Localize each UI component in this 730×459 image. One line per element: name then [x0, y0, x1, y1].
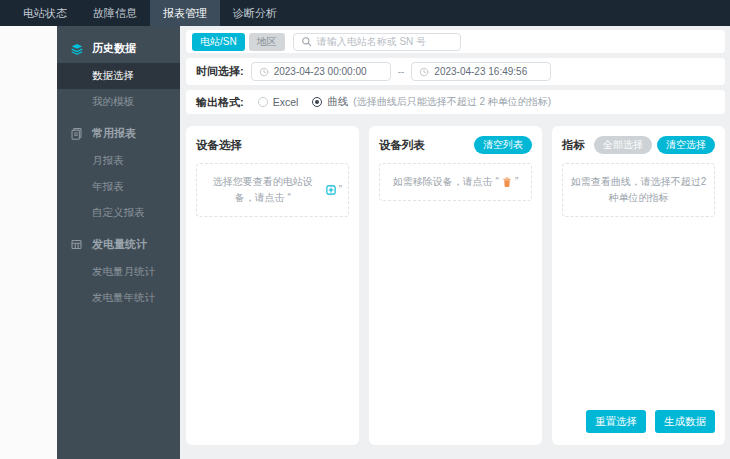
device-list-header: 设备列表 清空列表: [379, 136, 532, 154]
radio-circle-icon: [258, 97, 268, 107]
device-list-panel: 设备列表 清空列表 如需移除设备，请点击 “: [369, 126, 542, 445]
sidebar-group-common-reports: 常用报表 月报表 年报表 自定义报表: [57, 119, 180, 226]
clock-icon: [419, 67, 429, 77]
sidebar-section-generation-stats[interactable]: 发电量统计: [57, 230, 180, 259]
clock-icon: [259, 67, 269, 77]
sidebar-item-my-templates[interactable]: 我的模板: [57, 89, 180, 115]
radio-curve[interactable]: 曲线 (选择曲线后只能选择不超过 2 种单位的指标): [312, 95, 551, 109]
radio-excel[interactable]: Excel: [258, 96, 299, 108]
search-icon: [301, 36, 312, 47]
sidebar-item-yearly-report[interactable]: 年报表: [57, 174, 180, 200]
clear-selection-button[interactable]: 清空选择: [657, 136, 715, 154]
region-toggle-button[interactable]: 地区: [249, 33, 285, 51]
device-list-hint: 如需移除设备，请点击 “ ”: [379, 163, 532, 201]
add-icon: [325, 184, 337, 196]
sidebar-section-label: 发电量统计: [92, 237, 147, 252]
station-sn-toggle-button[interactable]: 电站/SN: [192, 33, 245, 51]
nav-item-diagnostic-analysis[interactable]: 诊断分析: [220, 0, 290, 26]
device-list-title: 设备列表: [379, 138, 425, 153]
device-select-hint-text: 选择您要查看的电站设备，请点击 “: [203, 174, 323, 206]
radio-excel-label: Excel: [273, 96, 299, 108]
sidebar-section-label: 常用报表: [92, 126, 136, 141]
main-content: 电站/SN 地区 请输入电站名称或 SN 号 时间选择:: [180, 26, 730, 459]
indicators-header: 指标 全部选择 清空选择: [562, 136, 715, 154]
sidebar-item-custom-report[interactable]: 自定义报表: [57, 200, 180, 226]
sidebar-item-data-selection[interactable]: 数据选择: [57, 63, 180, 89]
app-body: 历史数据 数据选择 我的模板 常用报表 月报表 年报表 自定义报表: [0, 26, 730, 459]
device-list-hint-quote: ”: [515, 174, 518, 190]
sidebar-section-common-reports[interactable]: 常用报表: [57, 119, 180, 148]
selection-panels: 设备选择 选择您要查看的电站设备，请点击 “ ”: [186, 126, 725, 445]
end-datetime-input[interactable]: 2023-04-23 16:49:56: [411, 62, 551, 81]
end-datetime-value: 2023-04-23 16:49:56: [434, 66, 527, 77]
sidebar-section-label: 历史数据: [92, 41, 136, 56]
search-input[interactable]: 请输入电站名称或 SN 号: [293, 33, 461, 51]
indicators-title: 指标: [562, 138, 585, 153]
generate-data-button[interactable]: 生成数据: [655, 410, 715, 433]
indicators-hint-text: 如需查看曲线，请选择不超过2种单位的指标: [571, 176, 707, 203]
sidebar-group-generation-stats: 发电量统计 发电量月统计 发电量年统计: [57, 230, 180, 311]
device-select-hint: 选择您要查看的电站设备，请点击 “ ”: [196, 163, 349, 217]
output-format-row: 输出格式: Excel 曲线 (选择曲线后只能选择不超过 2 种单位的指标): [186, 90, 725, 114]
left-gutter: [0, 26, 57, 459]
radio-curve-note: (选择曲线后只能选择不超过 2 种单位的指标): [353, 95, 551, 109]
time-selection-row: 时间选择: 2023-04-23 00:00:00 -- 2023-04-23 …: [186, 58, 725, 85]
sidebar: 历史数据 数据选择 我的模板 常用报表 月报表 年报表 自定义报表: [57, 26, 180, 459]
top-navbar: 电站状态 故障信息 报表管理 诊断分析: [0, 0, 730, 26]
output-format-label: 输出格式:: [196, 95, 244, 110]
time-selection-label: 时间选择:: [196, 64, 244, 79]
start-datetime-value: 2023-04-23 00:00:00: [274, 66, 367, 77]
device-select-title: 设备选择: [196, 138, 242, 153]
sidebar-item-monthly-generation[interactable]: 发电量月统计: [57, 259, 180, 285]
start-datetime-input[interactable]: 2023-04-23 00:00:00: [251, 62, 391, 81]
indicators-hint: 如需查看曲线，请选择不超过2种单位的指标: [562, 163, 715, 217]
layers-icon: [70, 42, 84, 56]
sidebar-section-history-data[interactable]: 历史数据: [57, 34, 180, 63]
panel-footer-actions: 重置选择 生成数据: [562, 410, 715, 433]
select-all-button[interactable]: 全部选择: [594, 136, 652, 154]
report-icon: [70, 127, 84, 141]
reset-selection-button[interactable]: 重置选择: [586, 410, 646, 433]
nav-item-report-management[interactable]: 报表管理: [150, 0, 220, 26]
search-placeholder: 请输入电站名称或 SN 号: [317, 35, 426, 49]
radio-circle-checked-icon: [312, 97, 322, 107]
device-select-header: 设备选择: [196, 136, 349, 154]
clear-list-button[interactable]: 清空列表: [474, 136, 532, 154]
device-list-hint-text: 如需移除设备，请点击 “: [393, 174, 499, 190]
indicators-panel: 指标 全部选择 清空选择 如需查看曲线，请选择不超过2种单位的指标 重置选择 生…: [552, 126, 725, 445]
device-select-panel: 设备选择 选择您要查看的电站设备，请点击 “ ”: [186, 126, 359, 445]
nav-item-fault-info[interactable]: 故障信息: [80, 0, 150, 26]
table-icon: [70, 238, 84, 252]
radio-curve-label: 曲线: [327, 95, 348, 109]
sidebar-item-yearly-generation[interactable]: 发电量年统计: [57, 285, 180, 311]
range-separator: --: [398, 66, 405, 77]
search-toolbar: 电站/SN 地区 请输入电站名称或 SN 号: [186, 30, 725, 53]
sidebar-item-monthly-report[interactable]: 月报表: [57, 148, 180, 174]
trash-icon: [501, 176, 513, 188]
nav-item-station-status[interactable]: 电站状态: [10, 0, 80, 26]
sidebar-group-history: 历史数据 数据选择 我的模板: [57, 34, 180, 115]
device-select-hint-quote: ”: [339, 182, 342, 198]
